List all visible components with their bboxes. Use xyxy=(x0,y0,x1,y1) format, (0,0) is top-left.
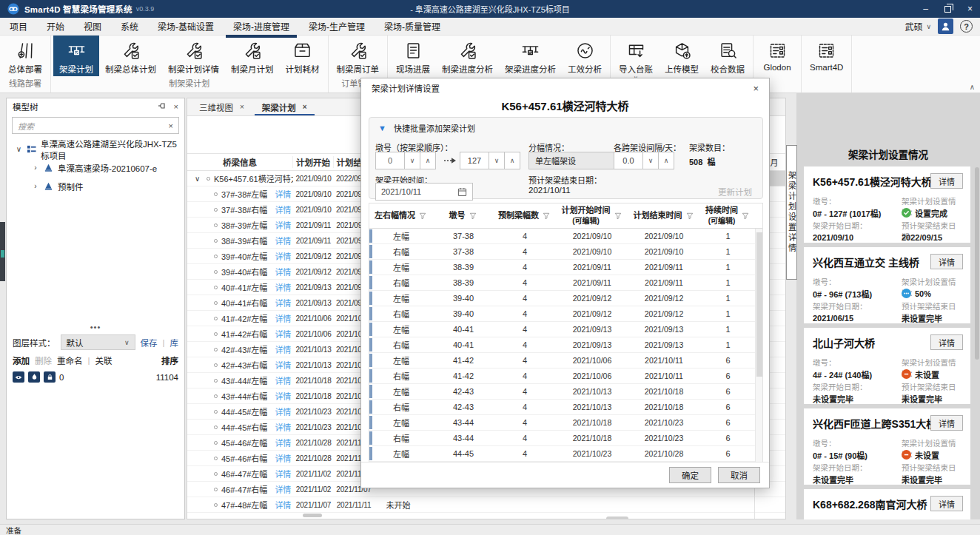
chevron-down-icon[interactable]: ∨ xyxy=(16,145,22,153)
close-icon[interactable]: × xyxy=(967,4,973,13)
detail-link[interactable]: 详情 xyxy=(275,437,291,448)
vertical-scrollbar-thumb[interactable] xyxy=(975,167,979,360)
close-icon[interactable]: × xyxy=(753,83,759,94)
modal-table-row[interactable]: 左幅38-3942021/09/112021/09/111 xyxy=(369,260,762,275)
ribbon-button-crane[interactable]: 架梁进度分析 xyxy=(499,36,562,80)
sort-button[interactable]: 排序 xyxy=(161,354,178,366)
ribbon-button-wrench[interactable]: 制梁总体计划 xyxy=(99,36,162,76)
filter-funnel-icon[interactable] xyxy=(469,212,477,220)
ribbon-button-monitor[interactable]: Smart4D xyxy=(804,36,849,80)
ribbon-button-verify[interactable]: 校合数据 xyxy=(705,36,751,81)
modal-table-row[interactable]: 左幅43-4442021/10/182021/10/236 xyxy=(369,415,762,431)
ribbon-button-wrench[interactable]: 制梁进度分析 xyxy=(436,36,499,80)
horizontal-scrollbar-thumb[interactable] xyxy=(303,514,322,517)
tab-0[interactable]: 三维视图× xyxy=(190,98,253,115)
lock-icon[interactable] xyxy=(44,371,56,383)
stepper-down-icon[interactable]: ∨ xyxy=(489,152,505,169)
detail-button[interactable]: 详情 xyxy=(930,254,963,269)
detail-link[interactable]: 详情 xyxy=(275,359,291,371)
modal-table-row[interactable]: 左幅44-4542021/10/232021/10/286 xyxy=(369,446,762,462)
modal-table-row[interactable]: 右幅42-4342021/10/132021/10/186 xyxy=(369,400,762,415)
minimize-icon[interactable]: – xyxy=(923,4,928,13)
menu-item-4[interactable]: 梁场-基础设置 xyxy=(148,18,224,35)
modal-column-header[interactable]: 计划开始时间(可编辑) xyxy=(556,206,628,225)
detail-link[interactable]: 详情 xyxy=(275,452,291,464)
stepper-up-icon[interactable]: ∧ xyxy=(505,152,520,169)
ribbon-button-gauge[interactable]: 工效分析 xyxy=(562,36,608,80)
detail-link[interactable]: 详情 xyxy=(275,390,291,402)
ribbon-button-upload[interactable]: 上传模型 xyxy=(659,36,705,81)
plan-settings-vertical-tab[interactable]: 架梁计划设置详情 xyxy=(786,145,797,280)
filter-funnel-icon[interactable] xyxy=(419,212,426,220)
modal-table-row[interactable]: 右幅38-3942021/09/112021/09/111 xyxy=(369,275,762,291)
modal-table-row[interactable]: 左幅37-3842021/09/102021/09/101 xyxy=(369,229,762,244)
stepper-down-icon[interactable]: ∨ xyxy=(643,152,659,169)
detail-link[interactable]: 详情 xyxy=(275,235,291,246)
dialog-title-bar[interactable]: 架梁计划详情设置 × xyxy=(361,78,769,98)
vertical-scrollbar[interactable] xyxy=(755,229,762,462)
ribbon-button-package[interactable]: 计划耗材 xyxy=(280,36,326,76)
detail-link[interactable]: 详情 xyxy=(275,219,291,231)
ribbon-button-import[interactable]: 导入台账∨ xyxy=(613,36,659,81)
pin-icon[interactable] xyxy=(158,102,167,111)
ribbon-button-doc[interactable]: 现场进展 xyxy=(390,36,436,80)
chevron-down-icon[interactable]: ∨ xyxy=(195,175,203,183)
detail-link[interactable]: 详情 xyxy=(275,250,291,262)
detail-link[interactable]: 详情 xyxy=(275,499,291,511)
restore-icon[interactable] xyxy=(944,6,951,13)
collapsed-panel-handle[interactable] xyxy=(0,222,5,281)
interval-stepper[interactable]: 0.0 ∨ ∧ xyxy=(614,152,674,169)
detail-link[interactable]: 详情 xyxy=(275,266,291,277)
link-layer-button[interactable]: 关联 xyxy=(95,354,113,366)
stepper-up-icon[interactable]: ∧ xyxy=(420,152,436,169)
ribbon-collapse-icon[interactable]: ∧ xyxy=(970,83,975,533)
detail-button[interactable]: 详情 xyxy=(930,334,963,350)
close-panel-icon[interactable]: × xyxy=(174,102,178,111)
modal-table-row[interactable]: 右幅40-4142021/09/132021/09/131 xyxy=(369,337,762,353)
column-header[interactable]: 计划开始 xyxy=(293,156,334,168)
update-plan-button[interactable]: 更新计划 xyxy=(718,186,752,198)
clear-search-icon[interactable]: × xyxy=(169,121,173,130)
ribbon-button-monitor[interactable]: Glodon xyxy=(756,36,799,80)
stepper-down-icon[interactable]: ∨ xyxy=(405,152,420,169)
detail-button[interactable]: 详情 xyxy=(930,415,963,431)
ribbon-button-wrench[interactable]: 制梁月计划 xyxy=(225,36,280,76)
filter-funnel-icon[interactable] xyxy=(742,212,749,220)
menu-item-5[interactable]: 梁场-进度管理 xyxy=(224,18,299,35)
detail-button[interactable]: 详情 xyxy=(930,496,963,511)
modal-table-row[interactable]: 左幅41-4242021/10/062021/10/116 xyxy=(369,353,762,369)
menu-item-0[interactable]: 项目 xyxy=(0,18,37,35)
user-menu[interactable]: 武硕∨ xyxy=(905,20,931,33)
detail-link[interactable]: 详情 xyxy=(275,421,291,433)
modal-table-row[interactable]: 左幅42-4342021/10/132021/10/186 xyxy=(369,384,762,400)
modal-table-row[interactable]: 右幅37-3842021/09/102021/09/101 xyxy=(369,244,762,260)
detail-link[interactable]: 详情 xyxy=(275,281,291,293)
detail-link[interactable]: 详情 xyxy=(275,203,291,215)
detail-link[interactable]: 详情 xyxy=(275,483,291,495)
menu-item-3[interactable]: 系统 xyxy=(111,18,148,35)
rename-layer-button[interactable]: 重命名 xyxy=(57,354,83,366)
modal-table-row[interactable]: 右幅39-4042021/09/122021/09/121 xyxy=(369,306,762,322)
detail-button[interactable]: 详情 xyxy=(930,173,963,189)
ribbon-button-wrench[interactable]: 制梁计划详情 xyxy=(162,36,225,76)
column-header[interactable]: 桥梁信息 xyxy=(187,156,293,168)
delete-layer-button[interactable]: 删除 xyxy=(35,354,52,366)
menu-item-1[interactable]: 开始 xyxy=(37,18,74,35)
ribbon-button-crane[interactable]: 架梁计划 xyxy=(53,36,99,76)
modal-column-header[interactable]: 计划结束时间 xyxy=(628,211,699,221)
menu-item-6[interactable]: 梁场-生产管理 xyxy=(299,18,375,35)
pier-from-value[interactable]: 0 xyxy=(375,152,405,169)
tree-item-2[interactable]: ›预制件 xyxy=(7,177,184,195)
modal-column-header[interactable]: 持续时间(可编辑) xyxy=(699,206,756,225)
filter-funnel-icon[interactable] xyxy=(686,212,694,220)
search-input[interactable]: 搜索 × xyxy=(12,117,179,134)
filter-funnel-icon[interactable] xyxy=(614,212,622,220)
detail-link[interactable]: 详情 xyxy=(275,374,291,386)
help-icon[interactable]: ? xyxy=(960,20,973,33)
interval-value[interactable]: 0.0 xyxy=(614,152,643,169)
close-tab-icon[interactable]: × xyxy=(303,103,307,111)
modal-table-row[interactable]: 左幅40-4142021/09/132021/09/131 xyxy=(369,322,762,337)
horizontal-scrollbar-thumb[interactable] xyxy=(606,517,628,519)
avatar[interactable] xyxy=(938,18,953,34)
calendar-icon[interactable] xyxy=(457,187,467,197)
